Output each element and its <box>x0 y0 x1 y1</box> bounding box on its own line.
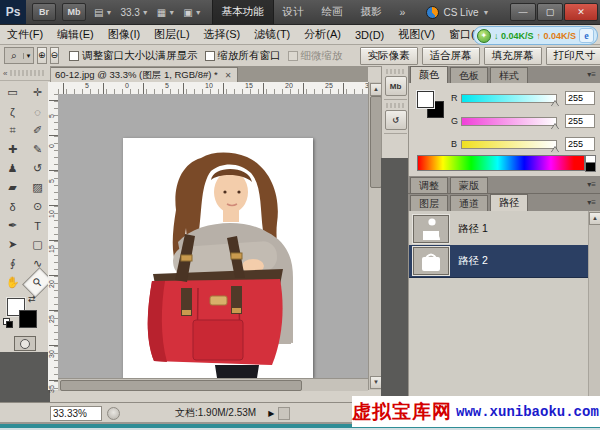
color-spectrum-ramp[interactable] <box>417 155 585 171</box>
layers-tab-图层[interactable]: 图层 <box>410 195 448 211</box>
background-color-swatch[interactable] <box>19 310 37 328</box>
zoom-level-select[interactable]: 33.3▼ <box>120 7 148 18</box>
menu-item-2[interactable]: 图像(I) <box>101 27 147 42</box>
tool-crop[interactable]: ⌗ <box>0 121 25 140</box>
slider-thumb-icon[interactable] <box>551 147 559 153</box>
status-menu-arrow[interactable]: ▶ <box>268 409 274 418</box>
workspace-more[interactable]: » <box>391 6 415 18</box>
close-button[interactable]: ✕ <box>564 3 598 21</box>
toolbox-collapse-button[interactable]: « <box>0 69 10 78</box>
layers-tab-通道[interactable]: 通道 <box>450 195 488 211</box>
option-button-2[interactable]: 填充屏幕 <box>484 47 542 65</box>
horizontal-scroll-thumb[interactable] <box>60 380 302 391</box>
dock-grip[interactable] <box>386 103 405 108</box>
tool-healing-brush[interactable]: ✚ <box>0 140 25 159</box>
spectrum-black-swatch[interactable] <box>585 162 596 172</box>
tool-pen[interactable]: ✒ <box>0 216 25 235</box>
horizontal-scrollbar[interactable] <box>58 378 368 391</box>
option-checkbox-2[interactable]: 细微缩放 <box>288 49 343 63</box>
color-tab-样式[interactable]: 样式 <box>490 67 528 83</box>
restore-button[interactable]: ▢ <box>537 3 563 21</box>
menu-item-6[interactable]: 分析(A) <box>297 27 348 42</box>
tool-quick-selection[interactable]: ◌ <box>25 102 50 121</box>
slider-thumb-icon[interactable] <box>551 124 559 130</box>
paths-scrollbar[interactable]: ▲ <box>588 211 600 402</box>
option-button-0[interactable]: 实际像素 <box>360 47 418 65</box>
tool-move[interactable]: ✛ <box>25 83 50 102</box>
color-tab-色板[interactable]: 色板 <box>450 67 488 83</box>
tool-path-selection[interactable]: ➤ <box>0 235 25 254</box>
history-panel-icon[interactable]: ↺ <box>385 110 407 130</box>
speed-monitor-icon[interactable]: ✦ <box>477 29 491 43</box>
option-button-1[interactable]: 适合屏幕 <box>422 47 480 65</box>
screen-mode-icon[interactable]: ▦▼ <box>157 7 175 18</box>
tool-hand[interactable]: ✋ <box>0 273 25 292</box>
slider-track-G[interactable] <box>461 117 557 126</box>
tool-dodge[interactable]: ⊙ <box>25 197 50 216</box>
slider-track-R[interactable] <box>461 94 557 103</box>
menu-item-8[interactable]: 视图(V) <box>391 27 442 42</box>
tool-type[interactable]: T <box>25 216 50 235</box>
document-close-icon[interactable]: ✕ <box>223 70 234 81</box>
tool-3d-rotate[interactable]: ∮ <box>0 254 25 273</box>
adjustments-tab-调整[interactable]: 调整 <box>410 177 448 193</box>
workspace-tab-绘画[interactable]: 绘画 <box>313 0 352 24</box>
toolbox-grip[interactable] <box>10 70 46 76</box>
tool-eraser[interactable]: ▰ <box>0 178 25 197</box>
status-zoom-field[interactable]: 33.33% <box>50 406 102 421</box>
document-tab[interactable]: 60-12.jpg @ 33.3% (图层 1, RGB/8#) * ✕ <box>50 67 238 83</box>
menu-item-4[interactable]: 选择(S) <box>197 27 248 42</box>
menu-item-3[interactable]: 图层(L) <box>147 27 196 42</box>
color-tab-颜色[interactable]: 颜色 <box>410 66 448 83</box>
tool-eyedropper[interactable]: ✐ <box>25 121 50 140</box>
panel-foreground-swatch[interactable] <box>417 91 434 108</box>
slider-thumb-icon[interactable] <box>551 101 559 107</box>
layers-panel-menu-icon[interactable]: ▾≡ <box>587 198 596 207</box>
swap-colors-icon[interactable]: ⇄ <box>28 294 36 304</box>
mini-bridge-panel-icon[interactable]: Mb <box>385 76 407 96</box>
tool-rectangular-marquee[interactable]: ▭ <box>0 83 25 102</box>
path-row-2[interactable]: 路径 2 <box>409 245 589 278</box>
slider-value-B[interactable]: 255 <box>565 137 595 151</box>
option-checkbox-0[interactable]: 调整窗口大小以满屏显示 <box>69 49 198 63</box>
path-row-1[interactable]: 路径 1 <box>409 213 589 246</box>
tool-gradient[interactable]: ▨ <box>25 178 50 197</box>
tool-blur[interactable]: δ <box>0 197 25 216</box>
tool-history-brush[interactable]: ↺ <box>25 159 50 178</box>
zoom-out-mode-button[interactable]: ⊖ <box>50 47 60 64</box>
cs-live-button[interactable]: CS Live▼ <box>426 6 489 19</box>
default-colors-icon[interactable] <box>3 318 12 327</box>
canvas-area[interactable] <box>58 94 368 378</box>
tool-preset-picker[interactable]: ⌕ ▼ <box>4 47 34 64</box>
layers-tab-路径[interactable]: 路径 <box>490 194 528 211</box>
mini-bridge-button[interactable]: Mb <box>62 3 86 21</box>
slider-track-B[interactable] <box>461 140 557 149</box>
option-button-3[interactable]: 打印尺寸 <box>546 47 600 65</box>
document-image[interactable] <box>123 138 313 378</box>
option-checkbox-1[interactable]: 缩放所有窗口 <box>205 49 281 63</box>
adjustments-tab-蒙版[interactable]: 蒙版 <box>450 177 488 193</box>
quick-mask-button[interactable] <box>14 336 36 351</box>
vertical-scrollbar[interactable]: ▲ ▼ <box>368 82 382 390</box>
dock-grip[interactable] <box>386 69 405 74</box>
arrange-documents-icon[interactable]: ▤▼ <box>94 7 112 18</box>
tool-shape[interactable]: ▢ <box>25 235 50 254</box>
slider-value-R[interactable]: 255 <box>565 91 595 105</box>
minimize-button[interactable]: — <box>510 3 536 21</box>
adjustments-panel-menu-icon[interactable]: ▾≡ <box>587 180 596 189</box>
bridge-button[interactable]: Br <box>32 3 56 21</box>
menu-item-0[interactable]: 文件(F) <box>0 27 50 42</box>
menu-item-1[interactable]: 编辑(E) <box>50 27 101 42</box>
scroll-up-icon[interactable]: ▲ <box>589 212 600 225</box>
menu-item-7[interactable]: 3D(D) <box>348 29 391 41</box>
slider-value-G[interactable]: 255 <box>565 114 595 128</box>
tool-brush[interactable]: ✎ <box>25 140 50 159</box>
workspace-tab-摄影[interactable]: 摄影 <box>352 0 391 24</box>
view-extras-icon[interactable]: ▣▼ <box>183 7 201 18</box>
color-panel-menu-icon[interactable]: ▾≡ <box>587 70 596 79</box>
ie-icon[interactable]: e <box>579 28 594 43</box>
workspace-tab-基本功能[interactable]: 基本功能 <box>212 0 274 24</box>
tool-clone-stamp[interactable]: ♟ <box>0 159 25 178</box>
zoom-in-mode-button[interactable]: ⊕ <box>37 47 47 64</box>
menu-item-5[interactable]: 滤镜(T) <box>247 27 297 42</box>
